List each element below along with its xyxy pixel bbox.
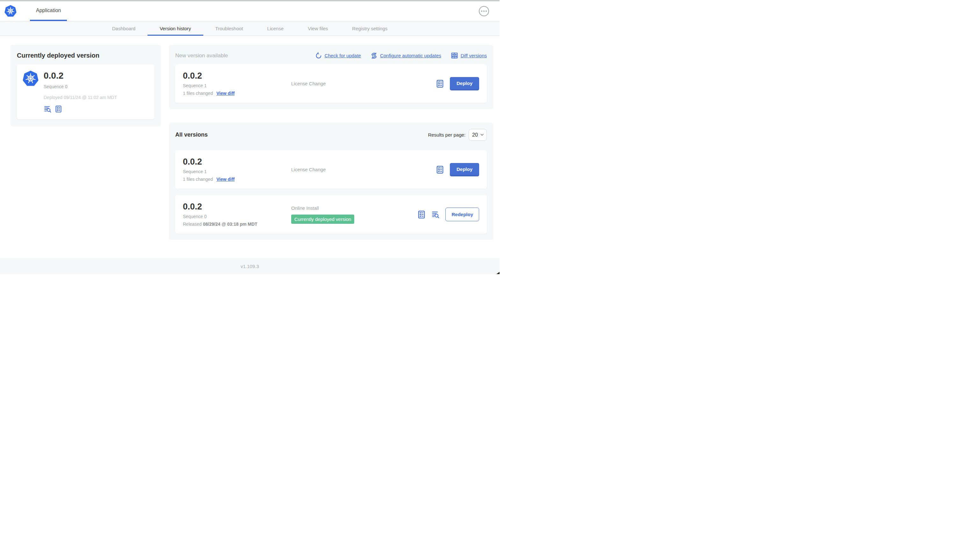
diff-icon: [451, 52, 458, 59]
version-logs-button[interactable]: [431, 210, 440, 219]
kubernetes-logo-icon: [5, 5, 17, 17]
redeploy-button[interactable]: Redeploy: [445, 208, 479, 221]
released-timestamp: 08/29/24 @ 03:18 pm MDT: [203, 222, 258, 227]
right-column: New version available Check for update: [169, 45, 493, 240]
version-row-sequence-1: 0.0.2 Sequence 1 1 files changed View di…: [175, 150, 487, 189]
tab-application[interactable]: Application: [30, 1, 67, 21]
check-for-update-link[interactable]: Check for update: [315, 52, 361, 59]
deploy-button[interactable]: Deploy: [450, 77, 479, 90]
currently-deployed-panel: Currently deployed version: [11, 45, 161, 126]
auto-update-clock-icon: [371, 52, 377, 59]
version-source-label: Online Install: [291, 205, 417, 211]
ellipsis-icon: [481, 11, 482, 12]
checklist-icon: [417, 210, 426, 219]
secondary-nav: Dashboard Version history Troubleshoot L…: [0, 21, 500, 36]
view-diff-link[interactable]: View diff: [216, 91, 234, 96]
view-logs-button[interactable]: [44, 105, 52, 113]
currently-deployed-card: 0.0.2 Sequence 0 Deployed 09/11/24 @ 11:…: [17, 64, 154, 119]
application-tab-label: Application: [36, 8, 61, 13]
results-per-page-label: Results per page:: [428, 132, 466, 138]
cursor-artifact: [496, 272, 500, 274]
files-changed-label: 1 files changed: [183, 177, 213, 182]
console-version: v1.109.3: [240, 263, 259, 269]
all-versions-title: All versions: [175, 132, 208, 138]
logs-icon: [44, 105, 52, 113]
main-content: Currently deployed version: [0, 36, 500, 240]
tab-dashboard[interactable]: Dashboard: [100, 21, 148, 36]
kubernetes-app-icon: [22, 71, 38, 87]
version-config-button[interactable]: [436, 79, 444, 88]
version-source-label: License Change: [291, 167, 436, 172]
version-config-button[interactable]: [436, 165, 444, 174]
deployed-version-number: 0.0.2: [44, 71, 117, 81]
view-diff-link[interactable]: View diff: [216, 177, 234, 182]
deployed-sequence: Sequence 0: [44, 84, 117, 89]
new-version-row: 0.0.2 Sequence 1 1 files changed View di…: [175, 64, 487, 103]
version-sequence: Sequence 0: [183, 214, 291, 219]
version-source-label: License Change: [291, 81, 436, 86]
deploy-button[interactable]: Deploy: [450, 163, 479, 176]
view-config-button[interactable]: [55, 105, 62, 113]
version-number: 0.0.2: [183, 202, 291, 212]
version-sequence: Sequence 1: [183, 83, 291, 88]
checklist-icon: [436, 79, 444, 88]
deployed-timestamp: Deployed 09/11/24 @ 11:02 am MDT: [44, 95, 117, 100]
files-changed-label: 1 files changed: [183, 91, 213, 96]
checklist-icon: [55, 105, 62, 113]
version-config-button[interactable]: [417, 210, 426, 219]
refresh-icon: [315, 52, 322, 59]
tab-view-files[interactable]: View files: [296, 21, 340, 36]
checklist-icon: [436, 165, 444, 174]
tab-version-history[interactable]: Version history: [148, 21, 203, 36]
results-per-page-select[interactable]: 20: [469, 129, 487, 141]
tab-license[interactable]: License: [255, 21, 296, 36]
diff-versions-link[interactable]: Diff versions: [451, 52, 487, 59]
logs-icon: [431, 210, 440, 219]
released-label: Released: [183, 222, 202, 227]
version-number: 0.0.2: [183, 157, 291, 167]
version-row-sequence-0: 0.0.2 Sequence 0 Released 08/29/24 @ 03:…: [175, 195, 487, 234]
app-header: Application: [0, 1, 500, 21]
footer: v1.109.3: [0, 258, 500, 274]
new-version-panel: New version available Check for update: [169, 45, 493, 109]
version-number: 0.0.2: [183, 71, 291, 81]
all-versions-panel: All versions Results per page: 20: [169, 122, 493, 240]
currently-deployed-title: Currently deployed version: [17, 52, 154, 59]
configure-automatic-updates-link[interactable]: Configure automatic updates: [371, 52, 441, 59]
new-version-title: New version available: [175, 52, 228, 59]
tab-registry-settings[interactable]: Registry settings: [340, 21, 399, 36]
tab-troubleshoot[interactable]: Troubleshoot: [203, 21, 255, 36]
more-options-button[interactable]: [479, 6, 489, 16]
version-sequence: Sequence 1: [183, 169, 291, 174]
currently-deployed-badge: Currently deployed version: [291, 214, 354, 224]
